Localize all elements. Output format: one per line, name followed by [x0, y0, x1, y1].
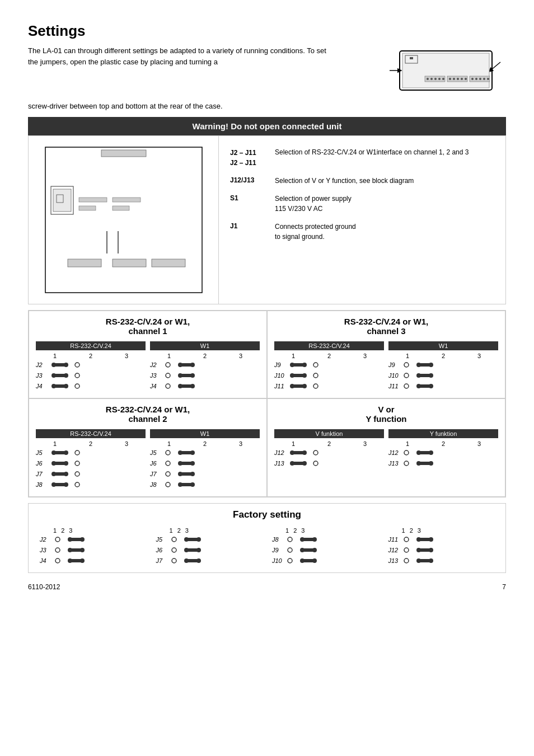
svg-rect-36: [113, 259, 146, 267]
factory-col1-j2: J2: [40, 535, 146, 544]
ch1-rs232-j3: J3: [36, 371, 146, 380]
svg-point-154: [172, 558, 176, 563]
ch3-rs232-j9: J9: [274, 360, 384, 369]
factory-section: Factory setting 123 J2 J3: [28, 503, 506, 573]
svg-point-101: [75, 482, 79, 487]
jumper-grid: RS-232-C/V.24 or W1, channel 1 RS-232-C/…: [28, 310, 506, 497]
svg-point-41: [75, 363, 79, 367]
channel3-w1-col: W1 123 J9 J10: [388, 341, 498, 392]
desc-row-j2j11: J2 – J11J2 – J11 Selection of RS-232-C/V…: [230, 147, 494, 168]
factory-col4-j11: J11: [388, 535, 495, 544]
factory-col2: 123 J5 J6 J7: [154, 527, 265, 567]
desc-row-j12j13: J12/J13 Selection of V or Y function, se…: [230, 176, 494, 186]
intro-bottom-text: screw-driver between top and bottom at t…: [28, 102, 506, 110]
channel3-title: RS-232-C/V.24 or W1, channel 3: [274, 317, 498, 336]
factory-title: Factory setting: [38, 509, 496, 520]
svg-point-165: [312, 548, 317, 552]
svg-point-44: [64, 373, 68, 378]
svg-point-124: [302, 461, 307, 466]
ch2-rs232-j6: J6: [36, 459, 146, 468]
svg-rect-32: [113, 206, 129, 210]
svg-point-96: [64, 472, 68, 476]
factory-col1-j3: J3: [40, 546, 146, 555]
svg-point-50: [166, 363, 170, 367]
svg-rect-37: [152, 259, 185, 267]
channel1-rs232-nums: 123: [36, 353, 146, 359]
desc-label-s1: S1: [230, 194, 275, 202]
svg-point-61: [190, 384, 195, 388]
svg-point-102: [166, 450, 170, 455]
svg-point-64: [302, 363, 307, 367]
svg-point-178: [404, 558, 409, 563]
footer-left: 6110-2012: [28, 583, 60, 591]
factory-col4-j12: J12: [388, 546, 495, 555]
svg-point-68: [302, 373, 307, 378]
svg-point-109: [190, 461, 195, 466]
svg-rect-35: [68, 259, 101, 267]
svg-point-181: [429, 558, 433, 563]
factory-col4-j13: J13: [388, 556, 495, 565]
channel3-w1-header: W1: [388, 341, 498, 350]
warning-bar: Warning! Do not open connected unit: [28, 117, 506, 135]
svg-rect-31: [79, 206, 96, 210]
svg-point-142: [55, 558, 60, 563]
svg-point-141: [80, 548, 85, 552]
svg-point-97: [75, 472, 79, 476]
channel1-rs232-col: RS-232-C/V.24 123 J2 J3: [36, 341, 146, 392]
desc-text-j1: Connects protected groundto signal groun…: [275, 222, 494, 242]
svg-point-134: [55, 537, 60, 542]
svg-point-149: [196, 537, 201, 542]
channel1-title: RS-232-C/V.24 or W1, channel 1: [36, 317, 260, 336]
svg-point-9: [434, 78, 437, 80]
svg-point-58: [166, 384, 170, 388]
svg-rect-29: [79, 198, 107, 202]
desc-label-j2j11: J2 – J11J2 – J11: [230, 147, 275, 168]
page-title: Settings: [28, 22, 506, 40]
channel1-rs232-header: RS-232-C/V.24: [36, 341, 146, 350]
factory-col2-j5: J5: [156, 535, 263, 544]
channel2-w1-header: W1: [150, 429, 260, 438]
svg-point-157: [196, 558, 201, 563]
ch2-w1-j8: J8: [150, 480, 260, 489]
svg-point-92: [64, 461, 68, 466]
svg-point-7: [427, 78, 429, 80]
footer: 6110-2012 7: [28, 583, 506, 591]
svg-point-11: [442, 78, 444, 80]
svg-point-130: [404, 461, 409, 466]
vory-title: V or Y function: [274, 405, 498, 424]
ch1-rs232-j2: J2: [36, 360, 146, 369]
ch3-w1-j9: J9: [388, 360, 498, 369]
svg-point-117: [190, 482, 195, 487]
svg-point-121: [313, 450, 318, 455]
vory-y-j12: J12: [388, 448, 498, 457]
intro-text: The LA-01 can through different settings…: [28, 45, 338, 67]
ch2-rs232-j8: J8: [36, 480, 146, 489]
svg-point-174: [404, 548, 409, 552]
desc-label-j1: J1: [230, 222, 275, 230]
svg-rect-3: [402, 53, 489, 88]
svg-point-82: [404, 384, 409, 388]
factory-col2-j6: J6: [156, 546, 263, 555]
vory-y-col: Y funktion 123 J12 J13: [388, 429, 498, 469]
svg-point-13: [449, 78, 451, 80]
svg-rect-24: [45, 147, 202, 293]
svg-point-89: [75, 450, 79, 455]
ch1-w1-j3: J3: [150, 371, 260, 380]
svg-point-133: [429, 461, 433, 466]
device-illustration: [349, 45, 506, 97]
svg-point-145: [80, 558, 85, 563]
ch2-rs232-j7: J7: [36, 469, 146, 478]
svg-point-158: [288, 537, 292, 542]
ch3-rs232-j10: J10: [274, 371, 384, 380]
svg-point-21: [479, 78, 481, 80]
channel2-w1-col: W1 123 J5 J6: [150, 429, 260, 491]
svg-point-54: [166, 373, 170, 378]
channel3-sub-grid: RS-232-C/V.24 123 J9 J10: [274, 341, 498, 392]
footer-right: 7: [502, 583, 506, 591]
ch2-rs232-j5: J5: [36, 448, 146, 457]
channel2-sub-grid: RS-232-C/V.24 123 J5 J6: [36, 429, 260, 491]
svg-rect-25: [101, 150, 146, 157]
svg-point-126: [404, 450, 409, 455]
svg-point-74: [404, 363, 409, 367]
svg-point-129: [429, 450, 433, 455]
